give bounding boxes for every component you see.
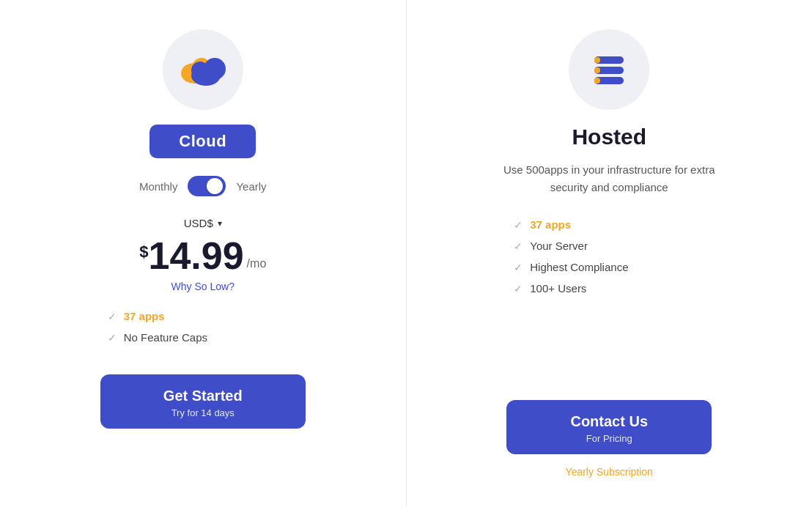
contact-us-button[interactable]: Contact Us For Pricing: [506, 400, 712, 454]
list-item: ✓ 37 apps: [108, 310, 298, 322]
billing-toggle[interactable]: [188, 176, 226, 196]
feature-text: 37 apps: [530, 218, 571, 231]
cloud-icon-circle: [163, 29, 243, 110]
why-low-link[interactable]: Why So Low?: [171, 281, 235, 292]
price-amount: 14.99: [148, 237, 243, 275]
cta-main-label: Contact Us: [570, 413, 648, 430]
billing-toggle-row: Monthly Yearly: [139, 176, 267, 196]
pricing-container: Cloud Monthly Yearly USD$ ▾ $ 14.99 /mo …: [0, 0, 812, 507]
cloud-badge: Cloud: [150, 125, 256, 158]
price-display: $ 14.99 /mo: [139, 237, 266, 275]
monthly-label: Monthly: [139, 180, 178, 193]
hosted-panel: Hosted Use 500apps in your infrastructur…: [406, 0, 813, 507]
check-icon: ✓: [514, 283, 523, 295]
feature-text: 37 apps: [124, 310, 165, 322]
check-icon: ✓: [108, 311, 117, 322]
feature-text: No Feature Caps: [124, 331, 207, 344]
cta-sub-label: Try for 14 days: [171, 407, 235, 418]
list-item: ✓ Your Server: [514, 240, 704, 252]
currency-selector[interactable]: USD$ ▾: [184, 217, 222, 229]
list-item: ✓ Highest Compliance: [514, 261, 704, 273]
yearly-label: Yearly: [236, 180, 266, 193]
currency-chevron-icon: ▾: [218, 218, 222, 229]
yearly-subscription-link[interactable]: Yearly Subscription: [566, 466, 653, 478]
get-started-button[interactable]: Get Started Try for 14 days: [100, 374, 306, 429]
feature-text: Your Server: [530, 240, 588, 252]
cta-main-label: Get Started: [163, 388, 243, 404]
server-icon: [587, 48, 631, 92]
check-icon: ✓: [514, 219, 523, 231]
hosted-features-list: ✓ 37 apps ✓ Your Server ✓ Highest Compli…: [514, 218, 704, 303]
svg-point-10: [594, 57, 600, 63]
cta-sub-label: For Pricing: [586, 433, 632, 444]
cloud-icon: [178, 51, 228, 88]
cloud-features-list: ✓ 37 apps ✓ No Feature Caps: [108, 310, 298, 352]
list-item: ✓ 100+ Users: [514, 282, 704, 295]
svg-point-8: [594, 67, 600, 73]
server-icon-circle: [569, 29, 649, 110]
list-item: ✓ No Feature Caps: [108, 331, 298, 344]
svg-point-6: [594, 78, 600, 84]
svg-point-4: [191, 62, 209, 79]
hosted-description: Use 500apps in your infrastructure for e…: [492, 161, 726, 196]
cloud-panel: Cloud Monthly Yearly USD$ ▾ $ 14.99 /mo …: [0, 0, 406, 507]
currency-value: USD$: [184, 217, 213, 229]
check-icon: ✓: [514, 262, 523, 273]
price-period: /mo: [247, 257, 267, 270]
check-icon: ✓: [514, 240, 523, 252]
feature-text: Highest Compliance: [530, 261, 628, 273]
price-symbol: $: [139, 243, 148, 262]
list-item: ✓ 37 apps: [514, 218, 704, 231]
hosted-title: Hosted: [572, 125, 646, 149]
feature-text: 100+ Users: [530, 282, 586, 295]
check-icon: ✓: [108, 332, 117, 344]
